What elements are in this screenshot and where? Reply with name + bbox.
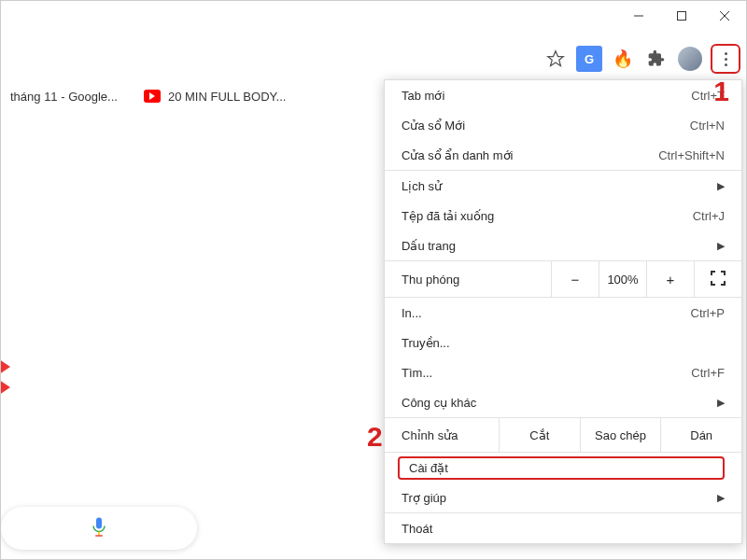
fullscreen-button[interactable] — [695, 261, 741, 297]
menu-item-downloads[interactable]: Tệp đã tải xuống Ctrl+J — [385, 201, 741, 231]
annotation-callout-1: 1 — [713, 76, 729, 107]
svg-marker-4 — [548, 51, 564, 66]
window-titlebar — [1, 1, 746, 38]
menu-item-help[interactable]: Trợ giúp ▶ — [385, 483, 741, 512]
svg-rect-1 — [678, 12, 686, 21]
menu-item-more-tools[interactable]: Công cụ khác ▶ — [385, 387, 741, 417]
menu-item-settings[interactable]: Cài đặt — [385, 453, 741, 483]
edit-paste-button[interactable]: Dán — [660, 418, 741, 452]
chevron-right-icon: ▶ — [717, 240, 725, 252]
edit-copy-button[interactable]: Sao chép — [580, 418, 661, 452]
zoom-percentage: 100% — [599, 261, 647, 297]
chevron-right-icon: ▶ — [717, 397, 725, 409]
extensions-puzzle-icon[interactable] — [643, 46, 669, 72]
bookmark-label: tháng 11 - Google... — [10, 90, 118, 104]
menu-item-print[interactable]: In... Ctrl+P — [385, 298, 741, 328]
edit-cut-button[interactable]: Cắt — [499, 418, 580, 452]
three-dots-icon — [725, 52, 727, 66]
browser-toolbar: G 🔥 — [1, 38, 746, 79]
bookmark-star-icon[interactable] — [543, 46, 569, 72]
microphone-icon — [91, 516, 107, 541]
google-translate-extension-icon[interactable]: G — [576, 46, 602, 72]
annotation-callout-2: 2 — [367, 421, 383, 453]
svg-rect-5 — [96, 517, 102, 528]
menu-item-find[interactable]: Tìm... Ctrl+F — [385, 357, 741, 387]
menu-item-exit[interactable]: Thoát — [385, 513, 741, 543]
chevron-right-icon: ▶ — [717, 492, 725, 504]
menu-item-new-tab[interactable]: Tab mới Ctrl+T — [385, 80, 741, 110]
zoom-in-button[interactable]: + — [647, 261, 695, 297]
menu-item-bookmarks[interactable]: Dấu trang ▶ — [385, 231, 741, 260]
menu-item-cast[interactable]: Truyền... — [385, 328, 741, 357]
menu-item-incognito[interactable]: Cửa sổ ẩn danh mới Ctrl+Shift+N — [385, 140, 741, 170]
youtube-icon — [144, 90, 161, 103]
chrome-menu: Tab mới Ctrl+T Cửa sổ Mới Ctrl+N Cửa sổ … — [384, 79, 742, 544]
fullscreen-icon — [711, 271, 726, 288]
window-minimize-button[interactable] — [617, 1, 660, 31]
menu-item-zoom: Thu phóng − 100% + — [385, 261, 741, 297]
window-close-button[interactable] — [703, 1, 746, 31]
window-maximize-button[interactable] — [660, 1, 703, 31]
decorative-shape — [0, 356, 10, 378]
bookmark-item-google[interactable]: tháng 11 - Google... — [10, 90, 118, 104]
customize-chrome-menu-button[interactable] — [711, 44, 740, 74]
hola-extension-icon[interactable]: 🔥 — [610, 46, 636, 72]
menu-item-history[interactable]: Lịch sử ▶ — [385, 171, 741, 201]
voice-search-button[interactable] — [1, 507, 197, 550]
menu-item-edit: Chỉnh sửa Cắt Sao chép Dán — [385, 418, 741, 452]
chevron-right-icon: ▶ — [717, 180, 725, 192]
profile-avatar[interactable] — [677, 46, 703, 72]
bookmark-item-youtube[interactable]: 20 MIN FULL BODY... — [144, 90, 286, 104]
bookmark-label: 20 MIN FULL BODY... — [168, 90, 286, 104]
zoom-out-button[interactable]: − — [552, 261, 599, 297]
menu-item-new-window[interactable]: Cửa sổ Mới Ctrl+N — [385, 110, 741, 140]
decorative-shape — [0, 376, 10, 399]
